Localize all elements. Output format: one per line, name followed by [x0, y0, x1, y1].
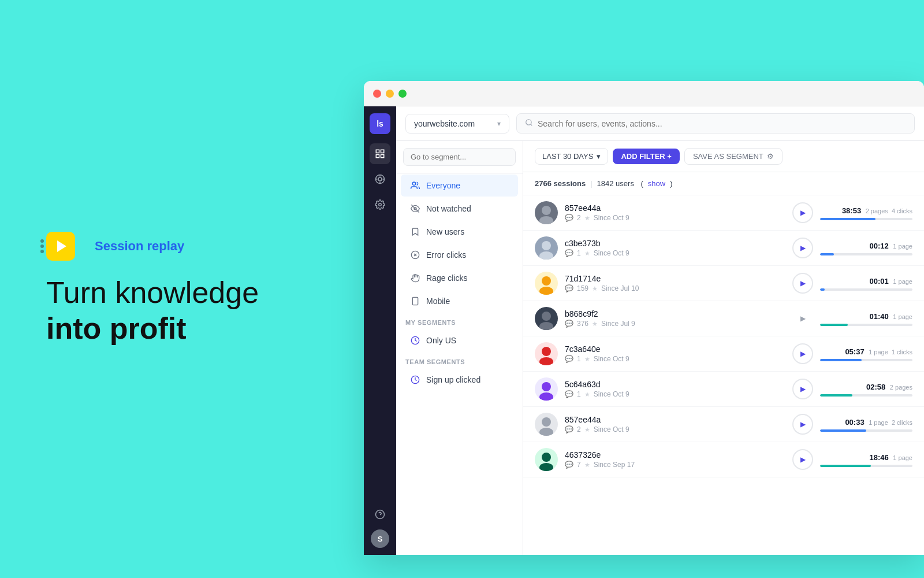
svg-point-33	[542, 347, 551, 356]
filter-item-not-watched[interactable]: Not watched	[401, 198, 518, 220]
panels: Everyone Not watched	[396, 141, 924, 555]
star-icon: ★	[592, 285, 598, 292]
show-users-link[interactable]: show	[648, 179, 665, 188]
team-segments-label: TEAM SEGMENTS	[396, 353, 523, 368]
play-button[interactable]: ▶	[792, 238, 813, 258]
svg-point-26	[539, 216, 553, 224]
save-segment-button[interactable]: SAVE AS SEGMENT ⚙	[684, 148, 783, 165]
svg-point-30	[539, 287, 553, 295]
play-button[interactable]: ▶	[792, 414, 813, 435]
svg-line-17	[411, 205, 419, 212]
hero-section: Session replay Turn knowledge into profi…	[0, 0, 358, 578]
svg-point-13	[526, 120, 531, 125]
clock-icon-us	[410, 335, 420, 346]
sidebar-logo[interactable]: ls	[370, 113, 390, 134]
hero-badge-text: Session replay	[95, 239, 184, 254]
comment-icon: 💬	[565, 355, 573, 363]
session-row[interactable]: c3be373b 💬 1 ★ Since Oct 9 ▶ 00:12 1	[523, 231, 924, 266]
date-filter[interactable]: LAST 30 DAYS ▾	[535, 148, 608, 165]
filter-item-only-us[interactable]: Only US	[401, 329, 518, 351]
error-icon	[410, 250, 420, 260]
session-duration: 00:33 1 page 2 clicks	[820, 417, 912, 432]
browser-window: ls	[364, 81, 924, 555]
session-info: 857ee44a 💬 2 ★ Since Oct 9	[565, 203, 785, 222]
star-icon: ★	[584, 355, 590, 363]
session-row[interactable]: b868c9f2 💬 376 ★ Since Jul 9 ▶ 01:40	[523, 301, 924, 336]
session-row[interactable]: 71d1714e 💬 159 ★ Since Jul 10 ▶ 00:01	[523, 266, 924, 301]
svg-point-35	[542, 382, 551, 391]
session-row[interactable]: 4637326e 💬 7 ★ Since Sep 17 ▶ 18:46 1	[523, 442, 924, 477]
avatar	[535, 201, 558, 224]
avatar	[535, 307, 558, 330]
help-icon-btn[interactable]	[370, 504, 390, 525]
svg-point-34	[539, 357, 553, 365]
main-content: yourwebsite.com ▾	[396, 106, 924, 555]
session-row[interactable]: 7c3a640e 💬 1 ★ Since Oct 9 ▶ 05:37 1	[523, 336, 924, 372]
sidebar-item-gear[interactable]	[370, 194, 390, 215]
filter-item-error-clicks[interactable]: Error clicks	[401, 244, 518, 266]
play-button-disabled[interactable]: ▶	[792, 308, 813, 329]
session-row[interactable]: 857ee44a 💬 2 ★ Since Oct 9 ▶ 38:53 2	[523, 195, 924, 231]
add-filter-button[interactable]: ADD FILTER +	[613, 149, 680, 164]
svg-point-10	[379, 203, 382, 206]
avatar	[535, 377, 558, 401]
sessions-header: LAST 30 DAYS ▾ ADD FILTER + SAVE AS SEGM…	[523, 141, 924, 172]
sidebar-item-grid[interactable]	[370, 143, 390, 164]
site-selector[interactable]: yourwebsite.com ▾	[405, 114, 509, 134]
filter-search	[396, 141, 523, 173]
filter-item-new-users[interactable]: New users	[401, 221, 518, 243]
svg-point-37	[542, 417, 551, 427]
mobile-icon	[410, 296, 420, 306]
filter-item-sign-up-clicked[interactable]: Sign up clicked	[401, 369, 518, 391]
top-bar: yourwebsite.com ▾	[396, 106, 924, 141]
star-icon: ★	[592, 320, 598, 328]
clock-icon-signup	[410, 375, 420, 385]
bookmark-icon	[410, 227, 420, 237]
rage-icon	[410, 273, 420, 283]
title-bar	[364, 81, 924, 106]
session-duration: 05:37 1 page 1 clicks	[820, 346, 912, 361]
star-icon: ★	[584, 461, 590, 469]
svg-point-27	[542, 241, 551, 250]
svg-point-25	[542, 206, 551, 215]
close-button[interactable]	[373, 90, 381, 98]
avatar	[535, 272, 558, 295]
hero-badge: Session replay	[46, 232, 312, 261]
session-info: 857ee44a 💬 2 ★ Since Oct 9	[565, 415, 785, 433]
comment-icon: 💬	[565, 390, 573, 398]
segment-search-input[interactable]	[403, 148, 516, 166]
star-icon: ★	[584, 214, 590, 222]
play-button[interactable]: ▶	[792, 202, 813, 223]
maximize-button[interactable]	[398, 90, 407, 98]
play-button[interactable]: ▶	[792, 343, 813, 364]
play-button[interactable]: ▶	[792, 273, 813, 294]
session-row[interactable]: 5c64a63d 💬 1 ★ Since Oct 9 ▶ 02:58 2	[523, 372, 924, 407]
chevron-down-icon: ▾	[497, 120, 501, 128]
play-button[interactable]: ▶	[792, 449, 813, 470]
comment-icon: 💬	[565, 214, 573, 222]
session-duration: 18:46 1 page	[820, 452, 912, 467]
search-input[interactable]	[538, 119, 906, 128]
sidebar-bottom: S	[370, 504, 390, 548]
filter-item-rage-clicks[interactable]: Rage clicks	[401, 267, 518, 289]
app-layout: ls	[364, 106, 924, 555]
svg-line-14	[531, 124, 532, 126]
filter-panel: Everyone Not watched	[396, 141, 523, 555]
minimize-button[interactable]	[386, 90, 394, 98]
session-info: b868c9f2 💬 376 ★ Since Jul 9	[565, 309, 785, 328]
session-info: 5c64a63d 💬 1 ★ Since Oct 9	[565, 380, 785, 398]
svg-point-5	[378, 177, 382, 181]
session-row[interactable]: 857ee44a 💬 2 ★ Since Oct 9 ▶ 00:33 1	[523, 407, 924, 442]
sidebar-item-target[interactable]	[370, 169, 390, 190]
avatar	[535, 448, 558, 471]
sidebar-icons: ls	[364, 106, 396, 555]
user-avatar[interactable]: S	[371, 529, 389, 548]
session-duration: 00:12 1 page	[820, 240, 912, 255]
sessions-panel: LAST 30 DAYS ▾ ADD FILTER + SAVE AS SEGM…	[523, 141, 924, 555]
play-button[interactable]: ▶	[792, 379, 813, 399]
session-info: 4637326e 💬 7 ★ Since Sep 17	[565, 450, 785, 469]
filter-item-everyone[interactable]: Everyone	[401, 175, 518, 197]
avatar	[535, 413, 558, 436]
filter-item-mobile[interactable]: Mobile	[401, 290, 518, 312]
svg-point-28	[539, 251, 553, 260]
